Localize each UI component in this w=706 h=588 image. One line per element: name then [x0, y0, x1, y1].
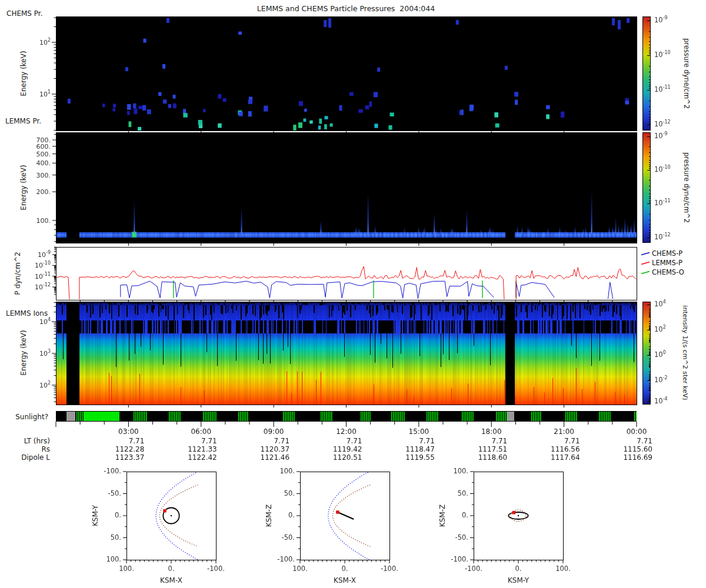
tick-label: 0. [462, 512, 468, 519]
ions-y-axis-label: Energy (keV) [20, 330, 27, 375]
tick-label: KSM-Z [265, 505, 272, 527]
tick-label: 104 [654, 302, 666, 309]
legend-lemms-p: LEMMS-P [652, 260, 682, 267]
ions-colorbar-label: intensity 1/(s cm^2 ster keV) [682, 305, 688, 400]
tick-label: 0. [515, 566, 522, 573]
lemms-colorbar [642, 132, 651, 243]
legend-chems-p: CHEMS-P [652, 250, 682, 258]
chems-colorbar-label: pressure dyne/cm^2 [682, 38, 690, 109]
tick-label: 10-11 [654, 201, 671, 208]
tick-label: -100. [381, 566, 398, 573]
tick-label: 7.71 [637, 437, 652, 445]
tick-label: 102 [654, 326, 666, 333]
tick-label: 1117.51 [478, 446, 508, 453]
pressure-y-axis-label: P dyn/cm^2 [14, 252, 21, 295]
tick-label: -100. [207, 566, 225, 573]
tick-label: KSM-Z [439, 505, 446, 527]
tick-label: 104 [39, 319, 51, 325]
chems-colorbar [642, 16, 651, 131]
tick-label: 500. [36, 151, 51, 157]
ions-panel-label: LEMMS Ions [6, 310, 48, 317]
tick-label: 10-11 [35, 273, 51, 279]
tick-label: 50. [458, 490, 468, 497]
tick-label: 100. [292, 566, 308, 573]
tick-label: -100. [104, 468, 121, 475]
tick-label: 102 [39, 39, 51, 46]
tick-label: 1122.28 [115, 446, 145, 453]
tick-label: 100. [555, 566, 571, 573]
tick-label: 10-10 [654, 166, 671, 173]
tick-label: 0. [115, 512, 121, 519]
tick-label: 0. [168, 566, 175, 573]
tick-label: 10-2 [654, 377, 668, 384]
tick-label: 21:00 [554, 428, 574, 435]
tick-label: 100 [654, 352, 666, 359]
tick-label: 10-11 [654, 86, 671, 93]
tick-label: -100. [277, 556, 295, 563]
tick-label: -100. [451, 556, 468, 563]
tick-label: 7.71 [564, 437, 580, 445]
tick-label: 10-9 [654, 17, 668, 24]
tick-label: 7.71 [129, 437, 145, 445]
lemms-y-axis-label: Energy (keV) [20, 165, 27, 210]
row-label-dipole: Dipole L [21, 454, 50, 461]
sunlight-label: Sunlight? [15, 413, 48, 420]
tick-label: 1116.69 [623, 454, 652, 461]
tick-label: 10-9 [38, 252, 51, 258]
page-title: LEMMS and CHEMS Particle Pressures 2004:… [257, 5, 435, 13]
chems-panel-label: CHEMS Pr. [6, 10, 42, 17]
tick-label: -50. [455, 534, 468, 542]
tick-label: 1119.55 [405, 454, 435, 461]
tick-label: 1118.47 [405, 446, 435, 453]
tick-label: 1121.46 [261, 454, 290, 461]
tick-label: 100. [279, 468, 295, 475]
tick-label: 100. [36, 217, 51, 223]
tick-label: 7.71 [274, 437, 289, 445]
lemms-spectrogram [56, 132, 637, 243]
tick-label: KSM-Y [92, 505, 99, 526]
tick-label: 1123.37 [115, 454, 145, 461]
tick-label: 12:00 [336, 428, 357, 435]
tick-label: 600. [36, 143, 51, 149]
tick-label: 1115.60 [623, 446, 652, 453]
tick-label: 09:00 [264, 428, 284, 435]
lemms-panel-label: LEMMS Pr. [5, 118, 41, 125]
chems-y-axis-label: Energy (keV) [20, 51, 27, 96]
tick-label: 0. [342, 566, 348, 573]
tick-label: 101 [39, 91, 51, 98]
tick-label: 10-12 [35, 284, 51, 290]
tick-label: 7.71 [492, 437, 508, 445]
tick-label: 03:00 [118, 428, 139, 435]
tick-label: 1120.37 [261, 446, 290, 453]
tick-label: 00:00 [627, 428, 647, 435]
tick-label: 0. [288, 512, 295, 519]
tick-label: 1120.51 [333, 454, 362, 461]
tick-label: 1122.42 [188, 454, 217, 461]
tick-label: 7.71 [347, 437, 362, 445]
tick-label: 06:00 [191, 428, 211, 435]
tick-label: 50. [284, 490, 295, 497]
tick-label: 10-12 [654, 234, 671, 241]
tick-label: 1117.64 [551, 454, 580, 461]
tick-label: 100. [119, 566, 134, 573]
tick-label: 18:00 [481, 428, 502, 435]
tick-label: 10-9 [654, 133, 668, 140]
tick-label: -100. [465, 566, 482, 573]
tick-label: -50. [108, 490, 121, 497]
tick-label: 10-10 [654, 52, 671, 59]
tick-label: 7.71 [419, 437, 435, 445]
row-label-lt: LT (hrs) [24, 437, 50, 445]
tick-label: KSM-X [334, 577, 356, 584]
tick-label: KSM-Y [508, 577, 529, 584]
tick-label: 15:00 [409, 428, 429, 435]
ions-colorbar [642, 302, 651, 405]
tick-label: 1119.42 [333, 446, 362, 453]
tick-label: 1118.60 [478, 454, 508, 461]
tick-label: 300. [36, 172, 51, 178]
tick-label: KSM-X [160, 577, 182, 584]
tick-label: 400. [36, 160, 51, 166]
tick-label: 10-10 [35, 262, 51, 269]
tick-label: 10-12 [654, 122, 671, 129]
tick-label: -50. [282, 534, 295, 542]
tick-label: 50. [111, 534, 121, 542]
